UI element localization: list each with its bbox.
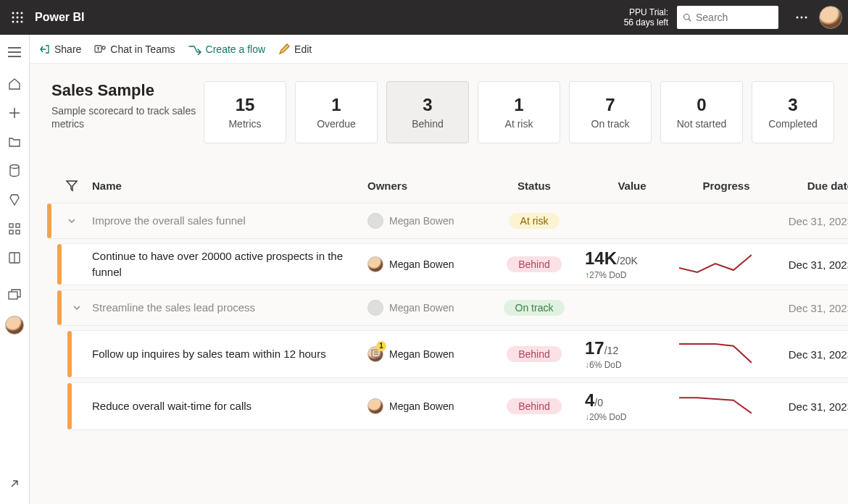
search-icon	[683, 12, 691, 22]
search-box[interactable]	[677, 6, 778, 29]
chevron-down-icon	[67, 216, 77, 226]
share-label: Share	[54, 43, 81, 55]
search-input[interactable]	[696, 12, 773, 23]
summary-card[interactable]: 0Not started	[660, 81, 743, 143]
sparkline	[679, 391, 752, 420]
command-bar: Share Chat in Teams Create a flow Edit	[30, 35, 848, 64]
value-main: 14K	[585, 248, 617, 268]
status-badge: Behind	[507, 256, 562, 272]
col-progress[interactable]: Progress	[679, 180, 773, 192]
col-name[interactable]: Name	[92, 180, 367, 192]
metrics-icon[interactable]	[0, 185, 29, 214]
page-subtitle: Sample scorecard to track sales metrics	[51, 104, 198, 130]
value-cell: 4/0 20% DoD	[585, 390, 679, 422]
svg-point-3	[12, 17, 14, 19]
chat-teams-label: Chat in Teams	[110, 43, 175, 55]
value-trend: 6% DoD	[585, 360, 679, 370]
status-color-bar	[57, 290, 62, 325]
edit-label: Edit	[294, 43, 312, 55]
create-flow-label: Create a flow	[206, 43, 265, 55]
card-label: On track	[591, 118, 630, 130]
svg-point-28	[102, 46, 105, 49]
metric-name: Streamline the sales lead process	[92, 295, 367, 320]
share-button[interactable]: Share	[38, 43, 81, 55]
value-target: /12	[604, 345, 618, 356]
svg-point-4	[17, 17, 19, 19]
metric-owner: Megan Bowen	[367, 256, 483, 272]
svg-point-5	[21, 17, 23, 19]
left-nav-rail	[0, 35, 30, 504]
status-badge: Behind	[507, 398, 562, 414]
svg-point-12	[801, 17, 803, 19]
table-header: Name Owners Status Value Progress Due da…	[51, 172, 848, 198]
create-flow-button[interactable]: Create a flow	[188, 43, 265, 55]
more-icon[interactable]	[790, 6, 813, 29]
col-owners[interactable]: Owners	[367, 180, 483, 192]
pencil-icon	[278, 43, 290, 55]
avatar	[367, 256, 383, 272]
global-header: Power BI PPU Trial: 56 days left	[0, 0, 848, 35]
status-color-bar	[47, 203, 51, 238]
svg-point-13	[805, 17, 807, 19]
user-avatar[interactable]	[819, 6, 842, 29]
learn-icon[interactable]	[0, 243, 29, 272]
annotation-indicator[interactable]: 1	[370, 348, 382, 360]
summary-card[interactable]: 3Behind	[386, 81, 469, 143]
col-value[interactable]: Value	[585, 180, 679, 192]
value-main: 17	[585, 338, 604, 358]
expand-toggle[interactable]	[62, 303, 92, 313]
card-label: At risk	[505, 118, 533, 130]
svg-point-1	[17, 12, 19, 14]
col-due[interactable]: Due date	[773, 180, 848, 192]
value-target: /0	[594, 397, 603, 408]
svg-point-7	[17, 21, 19, 23]
value-trend: 20% DoD	[585, 412, 679, 422]
filter-button[interactable]	[51, 179, 92, 192]
expand-toggle[interactable]	[51, 216, 92, 226]
col-status[interactable]: Status	[483, 180, 585, 192]
summary-card[interactable]: 7On track	[569, 81, 652, 143]
trial-line1: PPU Trial:	[624, 7, 668, 17]
chat-teams-button[interactable]: Chat in Teams	[94, 43, 175, 55]
metric-row[interactable]: Continue to have over 20000 active prosp…	[62, 243, 848, 285]
home-icon[interactable]	[0, 70, 29, 98]
metric-name: Reduce overall wait-time for calls	[92, 394, 367, 419]
metric-row-parent[interactable]: Improve the overall sales funnel Megan B…	[51, 203, 848, 239]
trial-line2: 56 days left	[624, 17, 668, 28]
metric-name: Improve the overall sales funnel	[92, 209, 367, 233]
card-value: 1	[514, 95, 523, 115]
card-value: 3	[423, 95, 432, 115]
metric-row[interactable]: Follow up inquires by sales team within …	[72, 330, 848, 378]
status-badge: Behind	[507, 346, 562, 362]
metric-row-parent[interactable]: Streamline the sales lead process Megan …	[62, 290, 848, 326]
summary-card[interactable]: 1At risk	[478, 81, 560, 143]
summary-card[interactable]: 1Overdue	[295, 81, 378, 143]
trial-status[interactable]: PPU Trial: 56 days left	[624, 7, 668, 28]
card-value: 3	[788, 95, 797, 115]
data-hub-icon[interactable]	[0, 156, 29, 185]
value-main: 4	[585, 390, 594, 410]
share-icon	[38, 43, 50, 55]
workspaces-icon[interactable]	[0, 281, 29, 310]
svg-rect-23	[16, 230, 20, 234]
metric-name: Follow up inquires by sales team within …	[92, 342, 367, 366]
expand-icon[interactable]	[0, 469, 29, 498]
owner-name: Megan Bowen	[389, 302, 454, 314]
app-launcher-icon[interactable]	[6, 6, 29, 29]
card-value: 1	[331, 95, 341, 115]
apps-icon[interactable]	[0, 214, 29, 243]
status-color-bar	[57, 244, 62, 285]
summary-card[interactable]: 15Metrics	[204, 81, 286, 143]
metric-owner: Megan Bowen	[367, 300, 483, 316]
card-label: Metrics	[228, 118, 261, 130]
create-icon[interactable]	[0, 98, 29, 127]
owner-name: Megan Bowen	[389, 259, 454, 270]
workspace-avatar[interactable]	[5, 316, 24, 335]
status-color-bar	[67, 331, 72, 377]
summary-card[interactable]: 3Completed	[752, 81, 834, 143]
avatar	[367, 213, 383, 229]
browse-icon[interactable]	[0, 127, 29, 156]
hamburger-icon[interactable]	[0, 38, 29, 67]
metric-row[interactable]: Reduce overall wait-time for calls Megan…	[72, 382, 848, 430]
edit-button[interactable]: Edit	[278, 43, 312, 55]
